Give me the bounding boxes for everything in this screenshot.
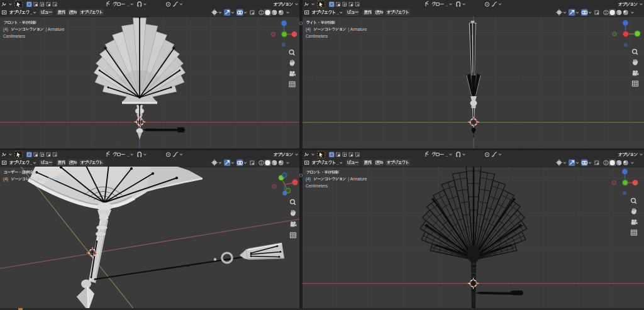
svg-text:..: .. — [336, 160, 339, 166]
svg-text:..: .. — [127, 2, 130, 8]
svg-text:(4): (4) — [306, 27, 311, 32]
svg-text:..: .. — [127, 152, 130, 158]
svg-text:(4): (4) — [3, 27, 8, 32]
svg-text:| Armature: | Armature — [348, 27, 367, 32]
svg-text:(4): (4) — [3, 177, 8, 182]
svg-text:Centimeters: Centimeters — [306, 34, 328, 38]
svg-text:| Armature: | Armature — [46, 177, 65, 182]
svg-text:(4): (4) — [306, 177, 311, 182]
svg-text:| Armature: | Armature — [348, 177, 367, 182]
svg-text:..: .. — [446, 152, 448, 158]
svg-text:Centimeters: Centimeters — [306, 184, 328, 188]
svg-text:| Armature: | Armature — [46, 27, 65, 32]
svg-text:..: .. — [446, 2, 448, 8]
svg-text:..: .. — [30, 10, 33, 16]
svg-text:..: .. — [30, 160, 33, 166]
svg-text:..: .. — [336, 10, 339, 16]
svg-text:Centimeters: Centimeters — [3, 34, 26, 38]
